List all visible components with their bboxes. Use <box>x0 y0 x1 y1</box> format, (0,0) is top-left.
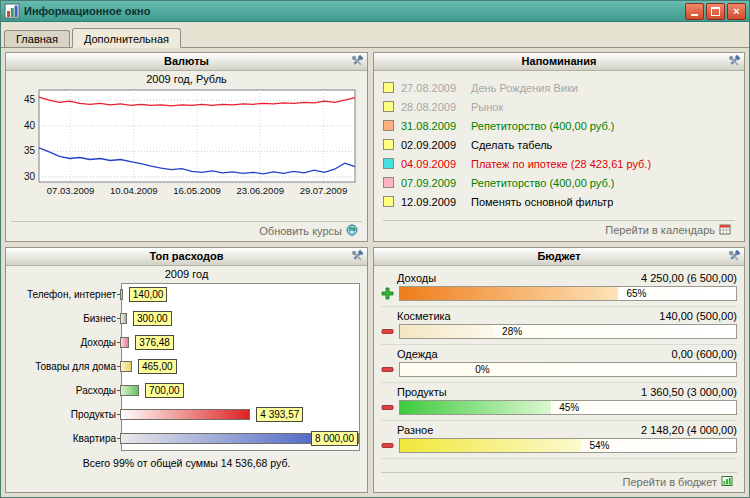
top-expenses-chart: Телефон, интернет 140,00 Бизнес 300,00 <box>13 283 360 451</box>
panel-top-expenses: Топ расходов 2009 год Телефон, интернет <box>5 247 368 493</box>
expense-value-label: 465,00 <box>138 359 177 374</box>
expense-bar-cell: 140,00 <box>119 283 360 307</box>
reminder-item[interactable]: 12.09.2009 Поменять основной фильтр <box>383 192 735 211</box>
budget-row: Разное 2 148,20 (4 000,00) 54% <box>381 421 737 459</box>
close-button[interactable]: × <box>727 3 746 20</box>
budget-progress-fill <box>400 439 581 452</box>
reminder-color-marker <box>383 139 394 150</box>
reminder-item[interactable]: 07.09.2009 Репетиторство (400,00 руб.) <box>383 173 735 192</box>
reminder-item[interactable]: 02.09.2009 Сделать табель <box>383 135 735 154</box>
budget-progress-fill <box>400 325 494 338</box>
window-controls: × <box>685 3 746 20</box>
reminder-item[interactable]: 27.08.2009 День Рождения Вики <box>383 78 735 97</box>
reminder-color-marker <box>383 101 394 112</box>
reminder-date: 12.09.2009 <box>401 196 471 208</box>
reminder-text: День Рождения Вики <box>471 82 578 94</box>
expense-bar-cell: 8 000,00 <box>119 427 360 451</box>
expense-row: Бизнес 300,00 <box>13 307 360 331</box>
minimize-button[interactable] <box>685 3 704 20</box>
reminder-item[interactable]: 31.08.2009 Репетиторство (400,00 руб.) <box>383 116 735 135</box>
expense-row: Телефон, интернет 140,00 <box>13 283 360 307</box>
panel-top-expenses-header: Топ расходов <box>6 248 367 266</box>
expense-bar <box>120 385 139 396</box>
reminder-date: 07.09.2009 <box>401 177 471 189</box>
budget-amount: 0,00 (600,00) <box>672 348 737 360</box>
tab-additional[interactable]: Дополнительная <box>72 28 181 48</box>
expense-value-label: 300,00 <box>133 311 172 326</box>
budget-sign-icon[interactable] <box>381 401 394 414</box>
expense-category-label: Продукты <box>13 403 119 427</box>
panel-settings-icon[interactable] <box>727 249 741 263</box>
budget-progress-bar: 0% <box>399 362 737 377</box>
expense-value-label: 376,48 <box>135 335 174 350</box>
currency-chart: 3035404507.03.200910.04.200916.05.200923… <box>13 87 361 199</box>
reminders-footer: Перейти в календарь <box>383 220 735 239</box>
maximize-button[interactable] <box>706 3 725 20</box>
budget-sign-icon[interactable] <box>381 325 394 338</box>
budget-category-name: Одежда <box>397 348 438 360</box>
expense-row: Доходы 376,48 <box>13 331 360 355</box>
panel-settings-icon[interactable] <box>350 54 364 68</box>
expense-bar <box>120 313 127 324</box>
go-to-budget-link[interactable]: Перейти в бюджет <box>623 476 717 488</box>
budget-amount: 140,00 (500,00) <box>659 310 737 322</box>
minimize-icon <box>691 14 698 16</box>
close-icon: × <box>733 6 739 17</box>
update-rates-link[interactable]: Обновить курсы <box>259 225 342 237</box>
expense-value-label: 4 393,57 <box>256 407 303 422</box>
svg-text:23.06.2009: 23.06.2009 <box>236 185 284 196</box>
globe-icon[interactable] <box>346 224 358 238</box>
budget-sign-icon[interactable] <box>381 439 394 452</box>
expense-category-label: Телефон, интернет <box>13 283 119 307</box>
expense-bar <box>120 289 123 300</box>
reminder-text: Рынок <box>471 101 503 113</box>
svg-text:16.05.2009: 16.05.2009 <box>173 185 221 196</box>
reminder-color-marker <box>383 158 394 169</box>
panel-settings-icon[interactable] <box>727 54 741 68</box>
svg-text:29.07.2009: 29.07.2009 <box>299 185 347 196</box>
panel-budget: Бюджет Доходы 4 250,00 (6 500,00) <box>373 247 745 493</box>
expense-category-label: Расходы <box>13 379 119 403</box>
reminder-item[interactable]: 04.09.2009 Платеж по ипотеке (28 423,61 … <box>383 154 735 173</box>
budget-percent-label: 0% <box>475 363 489 376</box>
go-to-calendar-link[interactable]: Перейти в календарь <box>605 224 715 236</box>
expense-category-label: Квартира <box>13 427 119 451</box>
tab-main[interactable]: Главная <box>4 30 70 47</box>
reminders-list: 27.08.2009 День Рождения Вики 28.08.2009… <box>374 71 744 241</box>
panel-reminders: Напоминания 27.08.2009 День Рождения Вик… <box>373 52 745 242</box>
calendar-icon[interactable] <box>719 223 731 237</box>
expenses-chart-title: 2009 год <box>11 266 362 281</box>
budget-progress-bar: 45% <box>399 400 737 415</box>
panel-reminders-title: Напоминания <box>522 55 597 67</box>
budget-link-icon[interactable] <box>721 475 733 489</box>
expense-value-label: 8 000,00 <box>311 431 358 446</box>
svg-text:40: 40 <box>23 120 35 131</box>
budget-row: Одежда 0,00 (600,00) 0% <box>381 345 737 383</box>
budget-percent-label: 65% <box>626 287 646 300</box>
expenses-total-text: Всего 99% от общей суммы 14 536,68 руб. <box>11 451 362 469</box>
expense-row: Квартира 8 000,00 <box>13 427 360 451</box>
budget-progress-bar: 54% <box>399 438 737 453</box>
svg-text:35: 35 <box>23 145 35 156</box>
reminder-date: 27.08.2009 <box>401 82 471 94</box>
svg-text:45: 45 <box>23 94 35 105</box>
panel-currencies-header: Валюты <box>6 53 367 71</box>
panel-reminders-header: Напоминания <box>374 53 744 71</box>
reminder-item[interactable]: 28.08.2009 Рынок <box>383 97 735 116</box>
reminder-text: Платеж по ипотеке (28 423,61 руб.) <box>471 158 651 170</box>
reminder-date: 28.08.2009 <box>401 101 471 113</box>
panel-settings-icon[interactable] <box>350 249 364 263</box>
expense-value-label: 700,00 <box>145 383 184 398</box>
reminder-text: Сделать табель <box>471 139 552 151</box>
budget-sign-icon[interactable] <box>381 287 394 300</box>
panel-top-expenses-title: Топ расходов <box>149 250 223 262</box>
budget-category-name: Косметика <box>397 310 451 322</box>
expense-bar <box>120 409 250 420</box>
budget-sign-icon[interactable] <box>381 363 394 376</box>
panel-budget-header: Бюджет <box>374 248 744 266</box>
dashboard: Валюты 2009 год, Рубль 3035404507.03.200… <box>1 48 749 497</box>
panel-currencies: Валюты 2009 год, Рубль 3035404507.03.200… <box>5 52 368 242</box>
titlebar[interactable]: Информационное окно × <box>1 1 749 22</box>
expense-category-label: Бизнес <box>13 307 119 331</box>
expense-row: Продукты 4 393,57 <box>13 403 360 427</box>
